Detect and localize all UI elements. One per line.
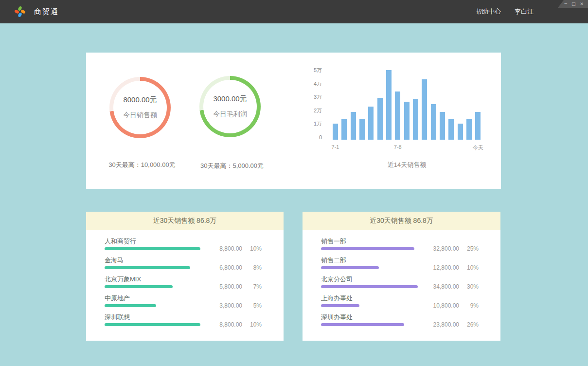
bar-chart-yticks: 01万2万3万4万5万	[311, 70, 322, 140]
bar	[333, 124, 338, 140]
item-line: 23,800.0026%	[321, 323, 479, 327]
donut-label: 今日销售额	[123, 111, 157, 120]
maximize-button[interactable]: □	[571, 2, 576, 6]
item-bar	[321, 285, 418, 288]
bar	[377, 98, 383, 140]
bar	[413, 99, 418, 140]
item-label: 销售一部	[321, 238, 479, 245]
bar	[440, 112, 445, 140]
menu-item-user[interactable]: 李白江	[515, 7, 534, 16]
item-percent: 7%	[242, 283, 262, 290]
bar-chart-bars	[333, 70, 481, 140]
item-percent: 10%	[242, 245, 262, 252]
item-bar	[105, 247, 200, 250]
item-bar	[321, 304, 359, 307]
item-label: 人和商贸行	[105, 238, 262, 245]
item-line: 10,800.009%	[321, 304, 479, 308]
item-value: 23,800.00	[420, 321, 459, 328]
bar	[351, 112, 356, 140]
item-label: 金海马	[105, 256, 262, 264]
item-line: 5,800.007%	[105, 285, 262, 289]
app-title: 商贸通	[34, 7, 59, 17]
item-value: 3,800.00	[203, 302, 242, 309]
list-item: 北京万象MIX5,800.007%	[105, 275, 262, 289]
ranking-card-customers: 近30天销售额 86.8万 人和商贸行8,800.0010%金海马6,800.0…	[86, 212, 284, 341]
list-item: 深圳办事处23,800.0026%	[321, 313, 479, 327]
y-axis-tick: 4万	[314, 80, 322, 87]
item-value: 8,800.00	[203, 321, 242, 328]
y-axis-tick: 1万	[314, 120, 322, 127]
item-bar	[105, 266, 190, 269]
item-bar	[105, 304, 156, 307]
item-label: 深圳办事处	[321, 313, 479, 321]
list-item: 北京分公司34,800.0030%	[321, 275, 479, 289]
donut-footer-profit: 30天最高：5,000.00元	[191, 162, 273, 170]
bar-chart-14d: 01万2万3万4万5万 7-17-8今天 近14天销售额	[311, 70, 496, 182]
card-title: 近30天销售额 86.8万	[303, 212, 500, 230]
item-percent: 30%	[459, 283, 479, 290]
bar	[359, 119, 365, 140]
y-axis-tick: 5万	[314, 67, 322, 73]
bar	[386, 70, 392, 140]
list-item: 深圳联想8,800.0010%	[105, 313, 262, 327]
app-logo-icon	[14, 5, 26, 18]
bar	[458, 124, 463, 140]
bar	[431, 104, 436, 140]
ranking-card-departments: 近30天销售额 86.8万 销售一部32,800.0025%销售二部12,800…	[303, 212, 500, 341]
item-percent: 10%	[459, 264, 479, 271]
donut-center: 3000.00元 今日毛利润	[203, 80, 257, 133]
close-button[interactable]: ✕	[580, 2, 584, 6]
item-percent: 9%	[459, 302, 479, 309]
card-title: 近30天销售额 86.8万	[86, 212, 284, 230]
donut-ring: 8000.00元 今日销售额	[109, 77, 171, 138]
list-item: 销售二部12,800.0010%	[321, 256, 479, 270]
bar	[466, 119, 472, 140]
minimize-button[interactable]: ─	[565, 2, 567, 6]
item-line: 34,800.0030%	[321, 285, 479, 289]
list-item: 上海办事处10,800.009%	[321, 294, 479, 308]
header-menu: 帮助中心 李白江	[476, 7, 534, 16]
item-line: 8,800.0010%	[105, 247, 262, 251]
x-axis-label: 今天	[473, 144, 483, 151]
bar	[448, 119, 454, 140]
ranking-list-customers: 人和商贸行8,800.0010%金海马6,800.008%北京万象MIX5,80…	[86, 230, 284, 327]
item-bar	[321, 247, 414, 250]
item-percent: 5%	[242, 302, 262, 309]
y-axis-tick: 0	[319, 134, 322, 141]
item-line: 6,800.008%	[105, 266, 262, 270]
list-item: 金海马6,800.008%	[105, 256, 262, 270]
item-label: 上海办事处	[321, 294, 479, 302]
bar	[422, 79, 427, 140]
x-axis-label: 7-1	[332, 144, 339, 150]
bar	[368, 107, 374, 140]
bar-chart-xlabels: 7-17-8今天	[333, 144, 481, 151]
item-label: 北京分公司	[321, 275, 479, 283]
y-axis-tick: 3万	[314, 93, 322, 100]
chart-caption: 近14天销售额	[333, 161, 481, 169]
donut-value: 8000.00元	[123, 95, 157, 105]
item-label: 北京万象MIX	[105, 275, 262, 283]
item-percent: 8%	[242, 264, 262, 271]
bar	[404, 102, 410, 140]
window-controls: ─ □ ✕	[558, 0, 588, 8]
item-line: 32,800.0025%	[321, 247, 479, 251]
bar	[395, 92, 400, 140]
item-value: 8,800.00	[203, 245, 242, 252]
item-bar	[321, 323, 404, 326]
x-axis-label: 7-8	[394, 144, 402, 150]
title-bar: 商贸通 帮助中心 李白江 ─ □ ✕	[0, 0, 588, 23]
donut-ring: 3000.00元 今日毛利润	[199, 76, 261, 137]
item-label: 深圳联想	[105, 313, 262, 321]
item-value: 32,800.00	[420, 245, 459, 252]
donut-value: 3000.00元	[213, 94, 247, 104]
item-percent: 26%	[459, 321, 479, 328]
item-value: 5,800.00	[203, 283, 242, 290]
item-value: 12,800.00	[420, 264, 459, 271]
donut-chart-today-sales: 8000.00元 今日销售额	[109, 77, 171, 138]
item-value: 34,800.00	[420, 283, 459, 290]
item-line: 12,800.0010%	[321, 266, 479, 270]
donut-footer-sales: 30天最高：10,000.00元	[96, 161, 188, 169]
item-value: 6,800.00	[203, 264, 242, 271]
menu-item-help-center[interactable]: 帮助中心	[476, 7, 501, 16]
list-item: 人和商贸行8,800.0010%	[105, 238, 262, 251]
